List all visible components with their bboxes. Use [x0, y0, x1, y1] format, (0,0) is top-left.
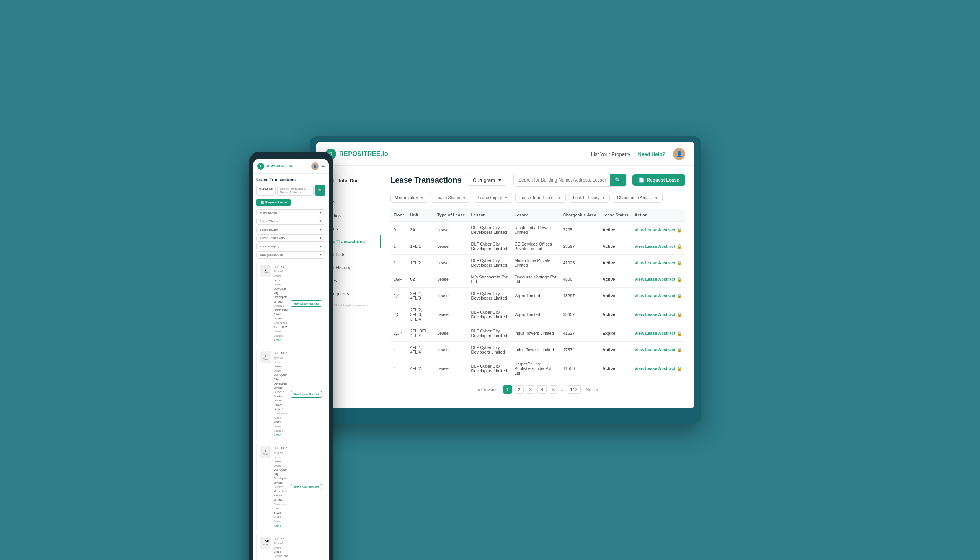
next-page-button[interactable]: Next » — [583, 386, 601, 393]
hamburger-icon[interactable]: ≡ — [322, 163, 325, 169]
mobile-card-info: Unit : 3A Type of Lease : Lease Lessor :… — [274, 265, 288, 342]
view-lease-abstract-link[interactable]: View Lease Abstract 🔒 — [635, 293, 682, 298]
mobile-content: Lease Transactions Gurugram Search for B… — [252, 173, 329, 560]
user-avatar[interactable]: 👤 — [673, 148, 685, 160]
prev-page-button[interactable]: « Previous — [475, 386, 501, 393]
mobile-logo-text: REPOSITREE.io — [266, 164, 292, 168]
col-unit: Unit — [407, 209, 434, 222]
mobile-mockup: R REPOSITREE.io 👤 ≡ Lease Transactions G… — [249, 152, 333, 560]
lease-status-chevron-icon: ▼ — [462, 196, 466, 200]
monitor-frame: R REPOSITREE.io List Your Property Need … — [310, 137, 701, 423]
mobile-floor-badge: 0 Floor — [260, 265, 271, 277]
table-row: 2,3,4 2FL, 3FL, 4FL/4 Lease DLF Cyber Ci… — [390, 325, 685, 342]
mobile-search-input[interactable]: Search for Building Name, Address... — [277, 185, 314, 196]
view-lease-abstract-link[interactable]: View Lease Abstract 🔒 — [635, 260, 682, 265]
table-row: 0 3A Lease DLF Cyber City Developers Lim… — [390, 222, 685, 238]
table-row: 4 4FL/2 Lease DLF Cyber City Developers … — [390, 358, 685, 379]
status-badge: Active — [600, 304, 632, 325]
page-1-button[interactable]: 1 — [503, 385, 512, 394]
view-lease-abstract-link[interactable]: View Lease Abstract 🔒 — [635, 277, 682, 282]
city-chevron-icon: ▼ — [497, 177, 502, 183]
search-input[interactable] — [514, 175, 610, 185]
pagination-ellipsis: ... — [560, 387, 564, 392]
table-row: 1 1FL/1 Lease DLF Cyber City Developers … — [390, 238, 685, 255]
lock-icon: 🔒 — [677, 366, 682, 371]
request-lease-icon: 📄 — [638, 177, 644, 183]
page-2-button[interactable]: 2 — [515, 385, 524, 394]
table-header: Floor Unit Type of Lease Lessor Lessee C… — [390, 209, 685, 222]
monitor-base — [467, 419, 543, 423]
mobile-filters: Micromarket▼ Lease Status▼ Lease Expiry▼… — [256, 209, 326, 258]
list-item: 0 Floor Unit : 3A Type of Lease : Lease … — [256, 262, 326, 345]
col-lessor: Lessor — [468, 209, 512, 222]
main-layout: 👤 John Doe Home Analytics Listings Lease… — [316, 166, 694, 408]
mobile-user-avatar: 👤 — [311, 162, 319, 170]
search-button[interactable]: 🔍 — [610, 174, 626, 186]
need-help-link[interactable]: Need Help? — [638, 151, 665, 157]
col-lessee: Lessee — [512, 209, 560, 222]
mobile-search-button[interactable]: 🔍 — [315, 185, 326, 196]
sidebar-username: John Doe — [338, 178, 359, 183]
mobile-view-btn[interactable]: View Lease Abstract — [291, 300, 322, 307]
mobile-card-info: Unit : 1FL/2 Type of Lease : Lease Lesso… — [274, 446, 288, 528]
view-lease-abstract-link[interactable]: View Lease Abstract 🔒 — [635, 366, 682, 371]
lock-in-chevron-icon: ▼ — [602, 196, 606, 200]
list-property-link[interactable]: List Your Property — [591, 151, 631, 157]
view-lease-abstract-link[interactable]: View Lease Abstract 🔓 — [635, 228, 682, 233]
table-row: 4 4FL/1, 4FL/4 Lease DLF Cyber City Devl… — [390, 342, 685, 358]
top-bar: R REPOSITREE.io List Your Property Need … — [316, 142, 694, 166]
page-4-button[interactable]: 4 — [538, 385, 546, 394]
logo-text: REPOSITREE.io — [339, 150, 388, 157]
monitor-stand — [482, 408, 528, 419]
top-nav: List Your Property Need Help? 👤 — [591, 148, 685, 160]
mobile-filter-lock-in[interactable]: Lock In Expiry▼ — [256, 243, 326, 250]
mobile-logo: R REPOSITREE.io — [257, 163, 292, 170]
mobile-search-row: Gurugram Search for Building Name, Addre… — [256, 185, 326, 196]
mobile-city-selector[interactable]: Gurugram — [256, 185, 276, 196]
mobile-filter-lease-status[interactable]: Lease Status▼ — [256, 218, 326, 225]
mobile-view-btn[interactable]: View Lease Abstract — [291, 484, 322, 490]
mobile-top-bar: R REPOSITREE.io 👤 ≡ — [252, 158, 329, 173]
mobile-card-info: Unit : 1FL/1 Type of Lease : Lease Lesso… — [274, 351, 288, 437]
mobile-screen: R REPOSITREE.io 👤 ≡ Lease Transactions G… — [252, 158, 329, 560]
city-selector[interactable]: Gurugram ▼ — [468, 175, 507, 186]
phone-notch — [279, 155, 302, 158]
list-item: 1 Floor Unit : 1FL/2 Type of Lease : Lea… — [256, 443, 326, 531]
mobile-view-btn[interactable]: View Lease Abstract — [291, 391, 322, 398]
view-lease-abstract-link[interactable]: View Lease Abstract 🔒 — [635, 347, 682, 352]
filter-micromarket[interactable]: Micromarket ▼ — [390, 193, 428, 203]
logo-area: R REPOSITREE.io — [326, 148, 388, 159]
filter-chargeable-area[interactable]: Chargeable Area... ▼ — [613, 193, 663, 203]
filter-lease-status[interactable]: Lease Status ▼ — [431, 193, 470, 203]
mobile-filter-lease-term[interactable]: Lease Term Expiry▼ — [256, 234, 326, 242]
micromarket-chevron-icon: ▼ — [420, 196, 424, 200]
status-badge: Active — [600, 358, 632, 379]
lock-icon: 🔓 — [677, 228, 682, 233]
status-badge: Expire — [600, 325, 632, 342]
monitor-screen: R REPOSITREE.io List Your Property Need … — [316, 142, 694, 408]
page-5-button[interactable]: 5 — [549, 385, 558, 394]
mobile-filter-micromarket[interactable]: Micromarket▼ — [256, 209, 326, 217]
page-3-button[interactable]: 3 — [526, 385, 535, 394]
status-badge: Active — [600, 342, 632, 358]
request-lease-button[interactable]: 📄 Request Lease — [633, 174, 685, 186]
page-142-button[interactable]: 142 — [566, 385, 580, 394]
lease-expiry-chevron-icon: ▼ — [504, 196, 508, 200]
mobile-request-lease-button[interactable]: 📄 Request Lease — [256, 199, 291, 206]
filter-lease-expiry[interactable]: Lease Expiry ▼ — [473, 193, 513, 203]
filter-lease-term-expiry[interactable]: Lease Term Expir... ▼ — [515, 193, 566, 203]
mobile-floor-badge: 1 Floor — [260, 446, 271, 458]
lock-icon: 🔒 — [677, 244, 682, 249]
view-lease-abstract-link[interactable]: View Lease Abstract 🔒 — [635, 244, 682, 249]
mobile-filter-chargeable[interactable]: Chargeable Area▼ — [256, 251, 326, 258]
view-lease-abstract-link[interactable]: View Lease Abstract 🔒 — [635, 312, 682, 317]
view-lease-abstract-link[interactable]: View Lease Abstract 🔓 — [635, 331, 682, 336]
status-badge: Active — [600, 288, 632, 304]
pagination: « Previous 1 2 3 4 5 ... 142 Next » — [390, 379, 685, 400]
lock-icon: 🔒 — [677, 260, 682, 265]
mobile-filter-lease-expiry[interactable]: Lease Expiry▼ — [256, 226, 326, 233]
list-item: LGF Floor Unit : 02 Type of Lease : Leas… — [256, 533, 326, 560]
col-floor: Floor — [390, 209, 407, 222]
filter-lock-in-expiry[interactable]: Lock In Expiry ▼ — [569, 193, 610, 203]
search-box: 🔍 — [513, 173, 626, 187]
